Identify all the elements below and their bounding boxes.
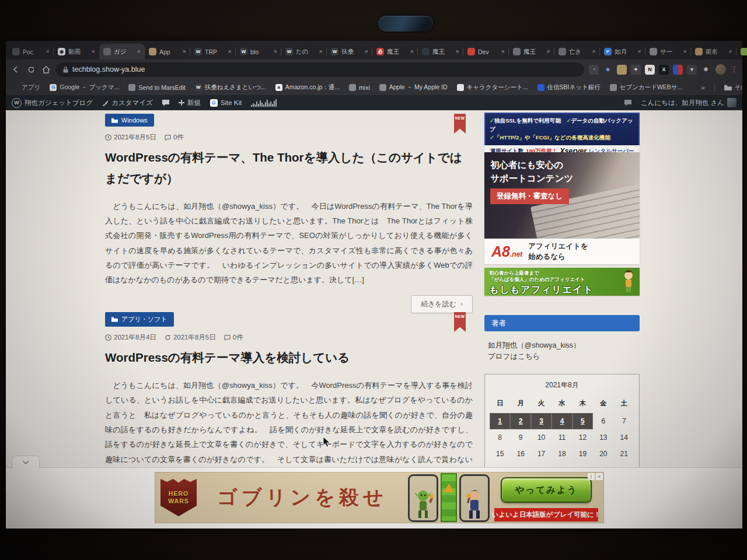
wp-customize-link[interactable]: カスタマイズ — [102, 99, 153, 107]
bookmarks-overflow-chevron[interactable]: » — [701, 84, 704, 91]
author-profile-link[interactable]: プロフはこちら — [488, 352, 540, 360]
tab-close-icon[interactable] — [46, 48, 50, 55]
bookmark-item[interactable]: 住信SBIネット銀行 — [537, 83, 601, 92]
tab-close-icon[interactable] — [274, 48, 277, 55]
wp-greeting[interactable]: こんにちは、如月翔也 さん — [641, 98, 736, 107]
calendar-day[interactable]: 6 — [593, 413, 613, 429]
extension-icon[interactable]: X — [659, 65, 669, 75]
wp-new-link[interactable]: 新規 — [179, 99, 201, 107]
calendar-day[interactable]: 20 — [593, 446, 613, 462]
extension-icon[interactable]: N — [645, 65, 655, 75]
tab-close-icon[interactable] — [183, 48, 186, 55]
tab-close-icon[interactable] — [501, 48, 505, 55]
bookmark-item[interactable]: Send to MarsEdit — [128, 84, 186, 91]
refresh-icon[interactable] — [26, 64, 36, 75]
bookmark-item[interactable]: アプリ — [12, 83, 40, 92]
calendar-day[interactable]: 15 — [490, 446, 510, 462]
ad-info-icon[interactable]: i — [588, 473, 595, 480]
post-title[interactable]: WordPressの有料テーマ導入を検討している — [105, 347, 473, 368]
calendar-day[interactable]: 21 — [614, 446, 634, 462]
calendar-day[interactable]: 7 — [614, 413, 634, 429]
browser-tab[interactable]: サー — [645, 44, 691, 60]
tab-close-icon[interactable] — [319, 48, 323, 55]
address-bar[interactable]: techblog.show-ya.blue — [56, 62, 584, 77]
calendar-day[interactable]: 16 — [510, 446, 530, 462]
browser-tab[interactable]: P 如月 — [600, 44, 645, 60]
browser-tab[interactable]: ガジ — [99, 44, 145, 60]
extension-icon[interactable]: ▾ — [687, 65, 697, 75]
post-comments[interactable]: 0件 — [224, 333, 243, 342]
wp-comments-icon[interactable] — [162, 100, 169, 106]
browser-tab[interactable]: W 扶桑 — [327, 44, 372, 60]
browser-tab[interactable]: W TRP — [190, 44, 236, 60]
browser-tab[interactable]: ◉ 動画 — [54, 44, 99, 60]
tab-close-icon[interactable] — [547, 48, 550, 55]
extension-icon[interactable]: ★ — [603, 65, 613, 75]
browser-tab[interactable]: App — [145, 44, 190, 60]
back-icon[interactable] — [11, 64, 21, 75]
moshimo-ad-banner[interactable]: 初心者から上級者まで「がんばる個人」のためのアフィリエイト もしもアフィリエイト — [484, 268, 640, 296]
calendar-day[interactable]: 13 — [593, 429, 613, 446]
calendar-day[interactable]: 12 — [573, 429, 593, 446]
wp-notification-icon[interactable] — [624, 100, 631, 106]
calendar-day[interactable]: 19 — [573, 446, 593, 462]
browser-tab[interactable]: 亡き — [554, 44, 600, 60]
bookmark-item[interactable]: Apple － My Apple ID — [379, 83, 448, 92]
browser-tab[interactable]: Dev — [463, 44, 509, 60]
xserver-ad-banner[interactable]: ✓独自SSLを無料で利用可能 ✓データの自動バックアップ ✓「HTTP/2」や「… — [484, 113, 640, 157]
tab-close-icon[interactable] — [456, 48, 459, 55]
category-badge[interactable]: Windows — [105, 114, 154, 127]
tab-close-icon[interactable] — [92, 48, 95, 55]
extension-icon[interactable]: ✱ — [701, 65, 711, 75]
browser-tab[interactable]: 魔王 — [509, 44, 554, 60]
browser-menu-icon[interactable] — [731, 65, 738, 74]
extension-icon[interactable] — [617, 65, 627, 75]
ad-collapse-button[interactable] — [12, 456, 40, 468]
profile-avatar[interactable] — [715, 64, 726, 75]
a8net-ad-banner[interactable]: 初心者にも安心のサポートコンテンツ 登録無料・審査なし A8.net アフィリエ… — [484, 152, 640, 264]
browser-tab[interactable]: 必 魔王 — [372, 44, 418, 60]
calendar-day[interactable]: 10 — [531, 429, 551, 446]
tab-close-icon[interactable] — [683, 48, 687, 55]
calendar-day[interactable]: 4 — [551, 413, 572, 429]
calendar-day[interactable]: 5 — [573, 413, 593, 429]
tab-close-icon[interactable] — [592, 48, 596, 55]
bookmark-item[interactable]: セブンカードWEBサ... — [610, 83, 683, 92]
calendar-day[interactable]: 1 — [490, 413, 510, 429]
wp-sitekit-link[interactable]: G Site Kit — [210, 99, 242, 107]
bookmark-item[interactable]: キャラクターシート... — [457, 83, 528, 92]
calendar-day[interactable]: 11 — [551, 429, 572, 446]
calendar-day[interactable]: 18 — [551, 446, 572, 462]
bookmark-item[interactable]: mixi — [349, 84, 370, 91]
category-badge[interactable]: アプリ・ソフト — [105, 312, 174, 327]
bookmark-item[interactable]: W 扶桑ねえさまといつ... — [195, 83, 266, 92]
tab-close-icon[interactable] — [729, 48, 732, 55]
calendar-day[interactable]: 2 — [510, 413, 530, 429]
read-more-button[interactable]: 続きを読む — [411, 295, 473, 313]
tab-close-icon[interactable] — [228, 48, 232, 55]
post-comments[interactable]: 0件 — [165, 133, 184, 142]
extension-icon[interactable]: ✦ — [631, 65, 641, 75]
extension-icon[interactable]: ◔ — [589, 65, 599, 75]
browser-tab[interactable]: W blo — [236, 44, 281, 60]
post-title[interactable]: WordPressの有料テーマ、The Thorを導入した（このサイトではまだで… — [105, 147, 473, 189]
bookmark-item[interactable]: a Amazon.co.jp：通... — [275, 83, 340, 92]
other-bookmarks[interactable]: その他のブックマーク — [724, 83, 743, 92]
browser-tab[interactable]: ログ — [736, 44, 747, 60]
browser-tab[interactable]: 魔王 — [418, 44, 463, 60]
calendar-day[interactable]: 9 — [510, 429, 530, 446]
browser-tab[interactable]: Poc — [8, 44, 54, 60]
calendar-day[interactable]: 3 — [531, 413, 551, 429]
calendar-day[interactable]: 8 — [490, 429, 510, 446]
tab-close-icon[interactable] — [410, 48, 414, 55]
browser-tab[interactable]: 匿名 — [691, 44, 736, 60]
browser-tab[interactable]: W たの — [281, 44, 327, 60]
ad-cta-button[interactable]: やってみよう — [501, 477, 592, 503]
bookmark-item[interactable]: G Google － ブックマ... — [50, 83, 119, 92]
extension-icon[interactable] — [673, 65, 683, 75]
ad-close-icon[interactable]: × — [596, 473, 603, 480]
calendar-day[interactable]: 14 — [614, 429, 634, 446]
wp-site-menu[interactable]: W 翔也ガジェットブログ — [12, 98, 93, 108]
tab-close-icon[interactable] — [365, 48, 368, 55]
calendar-day[interactable]: 17 — [531, 446, 551, 462]
